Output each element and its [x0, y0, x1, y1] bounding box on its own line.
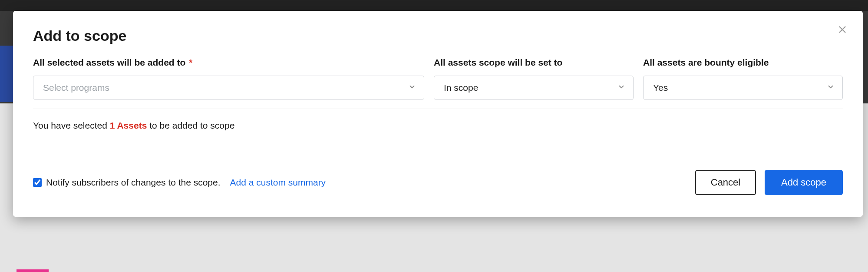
fields-row: All selected assets will be added to * S…: [33, 57, 843, 109]
scope-value: In scope: [444, 83, 478, 93]
modal-title: Add to scope: [33, 27, 843, 44]
selection-summary: You have selected 1 Assets to be added t…: [33, 120, 843, 131]
scope-select[interactable]: In scope: [434, 76, 634, 100]
programs-select[interactable]: Select programs: [33, 76, 424, 100]
chevron-down-icon: [617, 83, 625, 93]
background-blue-strip: [0, 46, 13, 102]
background-top-bar: [0, 0, 868, 11]
bounty-label: All assets are bounty eligible: [643, 57, 843, 68]
close-button[interactable]: [835, 23, 850, 38]
programs-placeholder: Select programs: [43, 83, 109, 93]
notify-checkbox[interactable]: [33, 178, 42, 187]
scope-field-group: All assets scope will be set to In scope: [434, 57, 634, 100]
programs-label: All selected assets will be added to *: [33, 57, 424, 68]
button-group: Cancel Add scope: [695, 170, 843, 195]
modal-footer: Notify subscribers of changes to the sco…: [33, 170, 843, 195]
chevron-down-icon: [408, 83, 416, 93]
background-pink-tab-indicator: [17, 269, 49, 272]
chevron-down-icon: [827, 83, 835, 93]
close-icon: [838, 25, 847, 36]
scope-label: All assets scope will be set to: [434, 57, 634, 68]
add-to-scope-modal: Add to scope All selected assets will be…: [13, 11, 863, 217]
add-scope-button[interactable]: Add scope: [765, 170, 843, 195]
notify-group: Notify subscribers of changes to the sco…: [33, 177, 326, 188]
cancel-button[interactable]: Cancel: [695, 170, 756, 195]
required-asterisk: *: [189, 57, 192, 67]
programs-label-text: All selected assets will be added to: [33, 57, 185, 67]
summary-suffix: to be added to scope: [147, 120, 234, 130]
bounty-field-group: All assets are bounty eligible Yes: [643, 57, 843, 100]
summary-prefix: You have selected: [33, 120, 110, 130]
summary-count: 1 Assets: [110, 120, 147, 130]
notify-label: Notify subscribers of changes to the sco…: [46, 177, 221, 188]
bounty-select[interactable]: Yes: [643, 76, 843, 100]
add-custom-summary-link[interactable]: Add a custom summary: [230, 177, 326, 188]
bounty-value: Yes: [653, 83, 668, 93]
programs-field-group: All selected assets will be added to * S…: [33, 57, 424, 100]
